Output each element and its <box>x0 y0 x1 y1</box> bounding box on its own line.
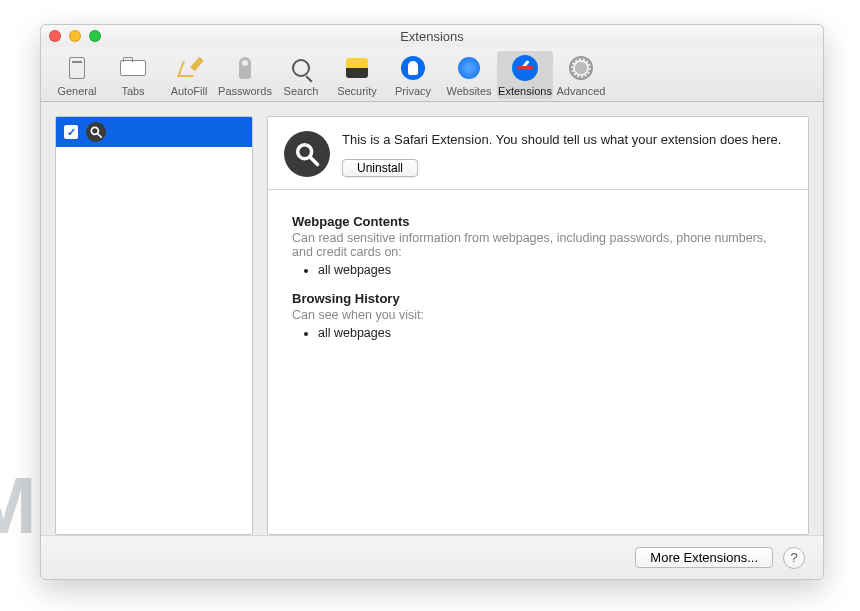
tab-privacy[interactable]: Privacy <box>385 51 441 99</box>
advanced-icon <box>569 56 593 80</box>
extensions-icon <box>512 55 538 81</box>
tab-security[interactable]: Security <box>329 51 385 99</box>
extensions-sidebar: ✓ <box>55 116 253 535</box>
window-footer: More Extensions... ? <box>41 535 823 579</box>
tab-extensions[interactable]: Extensions <box>497 51 553 99</box>
websites-icon <box>458 57 480 79</box>
general-icon <box>69 57 85 79</box>
security-icon <box>346 58 368 78</box>
titlebar: Extensions <box>41 25 823 47</box>
autofill-icon <box>178 57 200 79</box>
key-icon <box>239 57 251 79</box>
tab-websites[interactable]: Websites <box>441 51 497 99</box>
magnifier-icon <box>284 131 330 177</box>
content-area: ✓ This is a Safari Extension. You should… <box>41 102 823 535</box>
preferences-toolbar: General Tabs AutoFill Passwords Search S… <box>41 47 823 102</box>
magnifier-icon <box>86 122 106 142</box>
svg-line-1 <box>98 134 102 138</box>
extension-description: This is a Safari Extension. You should t… <box>342 131 781 149</box>
search-icon <box>292 59 310 77</box>
permissions-section: Webpage Contents Can read sensitive info… <box>268 190 808 366</box>
tab-search[interactable]: Search <box>273 51 329 99</box>
svg-line-3 <box>311 158 318 165</box>
uninstall-button[interactable]: Uninstall <box>342 159 418 177</box>
section-title: Browsing History <box>292 291 784 306</box>
tabs-icon <box>120 60 146 76</box>
window-title: Extensions <box>41 29 823 44</box>
extension-enable-checkbox[interactable]: ✓ <box>64 125 78 139</box>
tab-tabs[interactable]: Tabs <box>105 51 161 99</box>
tab-advanced[interactable]: Advanced <box>553 51 609 99</box>
privacy-icon <box>401 56 425 80</box>
more-extensions-button[interactable]: More Extensions... <box>635 547 773 568</box>
section-title: Webpage Contents <box>292 214 784 229</box>
help-button[interactable]: ? <box>783 547 805 569</box>
tab-general[interactable]: General <box>49 51 105 99</box>
section-subtitle: Can see when you visit: <box>292 308 784 322</box>
preferences-window: Extensions General Tabs AutoFill Passwor… <box>40 24 824 580</box>
extension-detail-panel: This is a Safari Extension. You should t… <box>267 116 809 535</box>
section-subtitle: Can read sensitive information from webp… <box>292 231 784 259</box>
tab-autofill[interactable]: AutoFill <box>161 51 217 99</box>
extension-header: This is a Safari Extension. You should t… <box>268 117 808 190</box>
extension-list-item[interactable]: ✓ <box>56 117 252 147</box>
permission-item: all webpages <box>318 326 784 340</box>
tab-passwords[interactable]: Passwords <box>217 51 273 99</box>
permission-item: all webpages <box>318 263 784 277</box>
